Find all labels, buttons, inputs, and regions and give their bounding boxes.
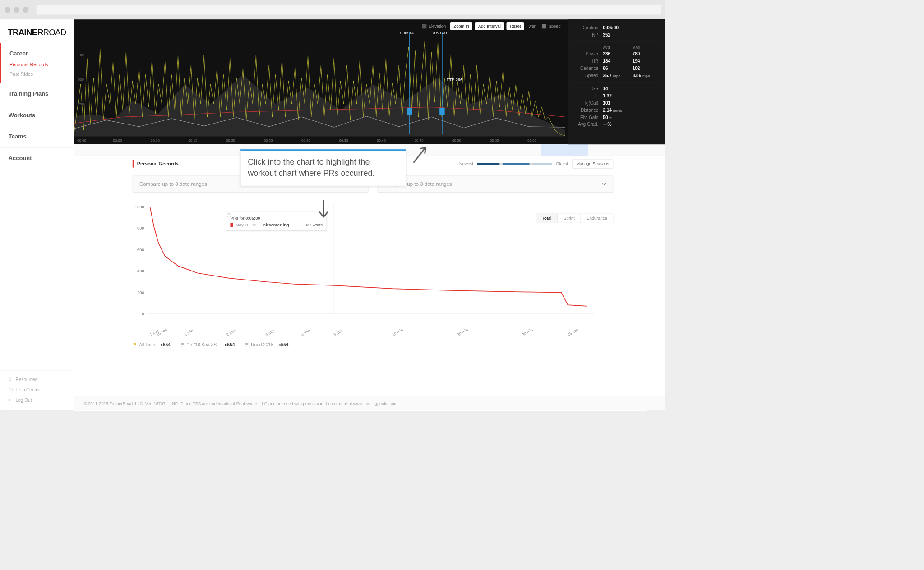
stat-elv: 50 ft	[603, 114, 632, 121]
xtick: 00:10	[151, 138, 160, 142]
newest-label: Newest	[459, 161, 473, 166]
interval-end-marker[interactable]: 0:50:40	[442, 32, 442, 135]
stat-duration: 0:05:00	[603, 24, 632, 31]
stat-cad-max: 102	[633, 64, 660, 72]
xtick: 00:25	[264, 138, 273, 142]
stat-grad: —%	[603, 121, 632, 128]
xtick: 00:30	[301, 138, 310, 142]
arrow-to-ride-chart-icon	[411, 143, 430, 165]
oldest-label: Oldest	[556, 161, 568, 166]
stat-hr-max: 194	[633, 57, 660, 64]
sidebar: TRAINERROAD Career Personal Records Past…	[0, 19, 74, 410]
filter-all-time[interactable]: All Time x554	[133, 342, 171, 347]
util-resources[interactable]: Resources	[0, 374, 74, 384]
compare-range-2[interactable]: Compare up to 3 date ranges	[378, 176, 614, 193]
season-bar[interactable]	[477, 163, 552, 165]
nav-training-plans[interactable]: Training Plans	[0, 88, 74, 100]
xtick: 00:35	[339, 138, 348, 142]
window-dot	[23, 7, 28, 13]
stat-np: 352	[603, 31, 632, 38]
pr-tooltip: PRs for 0:05:00 May 16, 18 Aircenter-ing…	[226, 212, 327, 231]
filter-season-2[interactable]: Road 2018 x554	[245, 342, 289, 347]
pin-icon[interactable]	[226, 212, 232, 218]
stat-cad-avg: 86	[603, 64, 632, 72]
ytick: 750	[78, 53, 84, 57]
xtick: 00:15	[189, 138, 198, 142]
filter-season-1[interactable]: '17-'18 Sea->SF x554	[180, 342, 235, 347]
util-logout[interactable]: Log Out	[0, 395, 74, 405]
xtick: 00:00	[77, 138, 86, 142]
footer-copyright: © 2011-2018 TrainerRoad, LLC. Ver. 16707…	[74, 396, 665, 410]
xtick: 00:45	[415, 138, 424, 142]
stat-spd-avg: 25.7 mph	[603, 72, 632, 79]
window-dot	[14, 7, 19, 13]
stat-dist: 2.14 miles	[603, 106, 632, 114]
ride-stats-panel: Duration0:05:00 NP352 AVGMAX Power336789…	[568, 19, 665, 144]
add-interval-button[interactable]: Add Interval	[475, 22, 504, 30]
nav-workouts[interactable]: Workouts	[0, 110, 74, 122]
xtick: 00:40	[377, 138, 386, 142]
legend-elevation[interactable]: Elevation	[420, 24, 448, 29]
arrow-to-pr-chart-icon	[317, 199, 330, 221]
legend-power[interactable]: wer	[527, 24, 537, 29]
window-dot	[5, 7, 10, 13]
chevron-down-icon	[602, 182, 606, 186]
instruction-callout: Click into the chart to highlight the wo…	[240, 149, 406, 186]
stat-spd-max: 33.6 mph	[633, 72, 660, 79]
xtick: 00:05	[113, 138, 122, 142]
legend-speed[interactable]: Speed	[540, 24, 563, 29]
overview-selection[interactable]	[541, 144, 588, 156]
section-title: Personal Records	[133, 160, 182, 168]
xtick: 00:50	[452, 138, 461, 142]
nav-teams[interactable]: Teams	[0, 131, 74, 143]
nav-account[interactable]: Account	[0, 152, 74, 165]
logo: TRAINERROAD	[0, 19, 74, 43]
footer-filters: All Time x554 '17-'18 Sea->SF x554 Road …	[133, 337, 614, 350]
stat-hr-avg: 184	[603, 57, 632, 64]
stat-if: 1.32	[603, 92, 632, 99]
ride-toolbar: Elevation Zoom In Add Interval Reset wer…	[420, 22, 563, 30]
ftp-label: FTP 266	[447, 77, 463, 82]
stat-power-avg: 336	[603, 51, 632, 58]
stat-tss: 14	[603, 85, 632, 92]
browser-titlebar	[0, 0, 665, 19]
xtick: 01:00	[527, 138, 536, 142]
pr-curve-chart[interactable]: 1000 800 600 400 200 0 1 sec 15 sec 1 mi…	[133, 198, 614, 337]
nav-past-rides[interactable]: Past Rides	[1, 69, 74, 78]
interval-start-marker[interactable]: 0:45:40	[409, 32, 410, 135]
xtick: 00:55	[490, 138, 499, 142]
address-bar[interactable]	[37, 5, 661, 15]
ride-chart[interactable]: FTP 266 0:45:40 0:50:40 250 500 750 00:0…	[74, 19, 565, 144]
ytick: 250	[78, 102, 84, 106]
stat-power-max: 789	[633, 51, 660, 58]
util-help[interactable]: Help Center	[0, 384, 74, 395]
zoom-in-button[interactable]: Zoom In	[450, 22, 472, 30]
ride-chart-panel: FTP 266 0:45:40 0:50:40 250 500 750 00:0…	[74, 19, 665, 144]
ftp-line	[77, 80, 465, 80]
ytick: 500	[78, 77, 84, 81]
manage-seasons-button[interactable]: Manage Seasons	[572, 159, 614, 169]
nav-personal-records[interactable]: Personal Records	[1, 60, 74, 69]
reset-button[interactable]: Reset	[507, 22, 524, 30]
xtick: 00:20	[226, 138, 235, 142]
nav-career[interactable]: Career	[1, 48, 74, 60]
stat-kj: 101	[603, 99, 632, 106]
